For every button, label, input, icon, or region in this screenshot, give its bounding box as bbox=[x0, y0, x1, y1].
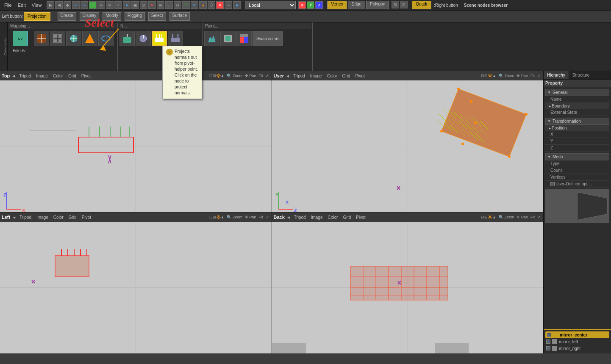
viewport-top-tripod[interactable]: Tripod bbox=[17, 73, 33, 79]
edit-uv-icon[interactable]: UV bbox=[13, 31, 28, 46]
vp-left-expand[interactable]: ⤢ bbox=[265, 215, 270, 220]
toolbar-icon-1[interactable]: ▶ bbox=[47, 1, 54, 9]
toolbar-icon-6[interactable]: + bbox=[89, 1, 97, 9]
toolbar-icon-14[interactable]: ⊞ bbox=[157, 1, 164, 9]
mesh-header[interactable]: ▼ Mesh bbox=[545, 153, 609, 160]
surface-btn[interactable]: Surface bbox=[169, 12, 190, 21]
swap-colors-btn[interactable]: Swap colors bbox=[253, 31, 283, 46]
toolbar-icon-9[interactable]: ⤢ bbox=[114, 1, 122, 9]
viewport-top-grid[interactable]: Grid bbox=[67, 73, 78, 79]
viewport-left-tripod[interactable]: Tripod bbox=[18, 215, 33, 220]
paint-icon-2[interactable] bbox=[220, 31, 236, 46]
viewport-top-pivot[interactable]: Pivot bbox=[80, 73, 92, 79]
viewport-user-color[interactable]: Color bbox=[325, 73, 339, 79]
vp-left-icons[interactable]: ⊡⊞🔆▲ bbox=[208, 215, 225, 220]
toolbar-icon-23[interactable]: ◈ bbox=[233, 1, 241, 9]
quadr-tab[interactable]: Quadr bbox=[412, 1, 431, 9]
rigging-btn[interactable]: Rigging bbox=[125, 12, 145, 21]
toolbar-icon-13[interactable]: ✕ bbox=[148, 1, 156, 9]
toolbar-icon-18[interactable]: ⟳ bbox=[191, 1, 198, 9]
vp-back-icons[interactable]: ⊡⊞🔆▲ bbox=[480, 215, 497, 220]
toolbar-icon-4[interactable]: ↩ bbox=[72, 1, 80, 9]
toolbar-icon-19[interactable]: ▲ bbox=[199, 1, 207, 9]
viewport-user-pivot[interactable]: Pivot bbox=[353, 73, 366, 79]
mirror-left-checkbox[interactable]: ✓ bbox=[546, 339, 550, 344]
viewport-left-color[interactable]: Color bbox=[52, 215, 65, 220]
viewport-user-image[interactable]: Image bbox=[308, 73, 324, 79]
viewport-back-grid[interactable]: Grid bbox=[341, 215, 353, 220]
mirror-right-checkbox[interactable]: ✓ bbox=[546, 346, 550, 350]
viewport-user-tripod[interactable]: Tripod bbox=[292, 73, 307, 79]
viewport-top-arrow[interactable]: ◄ bbox=[11, 74, 16, 78]
paint-icon-1[interactable] bbox=[204, 31, 219, 46]
viewport-user-grid[interactable]: Grid bbox=[341, 73, 352, 79]
viewport-left-arrow[interactable]: ◄ bbox=[12, 215, 16, 220]
toolbar-icon-7[interactable]: ⊕ bbox=[97, 1, 105, 9]
boundary-header[interactable]: ▸ Boundary bbox=[545, 103, 609, 109]
menu-edit[interactable]: Edit bbox=[15, 2, 28, 8]
scene-node-mirror-left[interactable]: ✓ mirror_left bbox=[545, 338, 609, 345]
modify-btn[interactable]: Modify bbox=[103, 12, 121, 21]
paint-icon-3[interactable] bbox=[236, 31, 252, 46]
viewport-left-pivot[interactable]: Pivot bbox=[80, 215, 93, 220]
scene-node-mirror-right[interactable]: ✓ mirror_right bbox=[545, 345, 609, 352]
viewport-back-image[interactable]: Image bbox=[309, 215, 325, 220]
viewport-back-arrow[interactable]: ◄ bbox=[286, 215, 291, 220]
toolbar-icon-21[interactable]: ✕ bbox=[216, 1, 224, 9]
display-btn[interactable]: Display bbox=[80, 12, 100, 21]
viewport-back-color[interactable]: Color bbox=[326, 215, 339, 220]
vp-left-zoom[interactable]: 🔍 Zoom bbox=[226, 215, 243, 220]
position-header[interactable]: ▸ Position bbox=[545, 125, 609, 131]
vp-top-zoom[interactable]: 🔍 Zoom bbox=[226, 73, 243, 78]
toolbar-icon-15[interactable]: ⊡ bbox=[165, 1, 173, 9]
scene-node-mirror-center[interactable]: ✓ mirror_center bbox=[545, 331, 609, 338]
toolbar-icon-12[interactable]: ◎ bbox=[140, 1, 147, 9]
menu-file[interactable]: File bbox=[2, 2, 14, 8]
user-defined-checkbox[interactable] bbox=[550, 182, 555, 186]
toolbar-icon-3[interactable]: ◆ bbox=[64, 1, 71, 9]
axis-y-icon[interactable]: Y bbox=[307, 1, 314, 9]
toolbar-icon-10[interactable]: ● bbox=[123, 1, 131, 9]
axis-z-icon[interactable]: Z bbox=[315, 1, 323, 9]
mapping-icon-4[interactable] bbox=[82, 31, 97, 46]
mirror-center-checkbox[interactable]: ✓ bbox=[547, 333, 551, 337]
create-btn[interactable]: Create bbox=[58, 12, 76, 21]
vp-top-fit[interactable]: Fit bbox=[258, 73, 264, 78]
transformation-header[interactable]: ▼ Transformation bbox=[545, 118, 609, 125]
select-btn[interactable]: Select bbox=[148, 12, 166, 21]
axis-x-icon[interactable]: X bbox=[298, 1, 306, 9]
vp-user-icons[interactable]: ⊡⊞🔆▲ bbox=[480, 73, 497, 78]
vp-back-zoom[interactable]: 🔍 Zoom bbox=[498, 215, 515, 220]
hierarchy-tab[interactable]: Hierarchy bbox=[544, 71, 569, 79]
vp-user-fit[interactable]: Fit bbox=[530, 73, 536, 78]
vp-top-expand[interactable]: ⤢ bbox=[265, 73, 270, 78]
mapping-icon-1[interactable] bbox=[34, 31, 49, 46]
toolbar-icon-extra[interactable]: ⊞ bbox=[392, 1, 399, 8]
vp-user-expand[interactable]: ⤢ bbox=[536, 73, 542, 78]
vertex-mode-tab[interactable]: Vertex bbox=[327, 1, 347, 9]
normals-icon-1[interactable] bbox=[119, 31, 135, 46]
vp-back-expand[interactable]: ⤢ bbox=[536, 215, 542, 220]
vp-top-pan[interactable]: ✥ Pan bbox=[244, 73, 257, 78]
mapping-icon-5[interactable] bbox=[98, 31, 114, 46]
menu-view[interactable]: View bbox=[29, 2, 44, 8]
mapping-icon-2[interactable] bbox=[50, 31, 65, 46]
toolbar-icon-extra2[interactable]: ⊡ bbox=[400, 1, 408, 8]
structure-tab[interactable]: Structure bbox=[569, 71, 594, 79]
viewport-top-color[interactable]: Color bbox=[51, 73, 65, 79]
toolbar-icon-17[interactable]: ☑ bbox=[182, 1, 190, 9]
viewport-user-arrow[interactable]: ◄ bbox=[286, 74, 290, 78]
vp-user-zoom[interactable]: 🔍 Zoom bbox=[498, 73, 515, 78]
toolbar-icon-22[interactable]: ⟐ bbox=[225, 1, 232, 9]
vp-left-pan[interactable]: ✥ Pan bbox=[244, 215, 257, 220]
normals-icon-3-highlighted[interactable] bbox=[152, 31, 167, 46]
vp-top-icons[interactable]: ⊡⊞🔆▲ bbox=[208, 73, 225, 78]
edge-mode-tab[interactable]: Edge bbox=[348, 1, 365, 9]
vp-left-fit[interactable]: Fit bbox=[258, 215, 264, 220]
viewport-top-image[interactable]: Image bbox=[34, 73, 50, 79]
general-header[interactable]: ▼ General bbox=[545, 89, 609, 96]
toolbar-icon-16[interactable]: ⊟ bbox=[174, 1, 181, 9]
mode-selector[interactable]: Local bbox=[245, 1, 296, 9]
vp-back-pan[interactable]: ✥ Pan bbox=[516, 215, 529, 220]
projection-button[interactable]: Projection bbox=[24, 12, 50, 21]
